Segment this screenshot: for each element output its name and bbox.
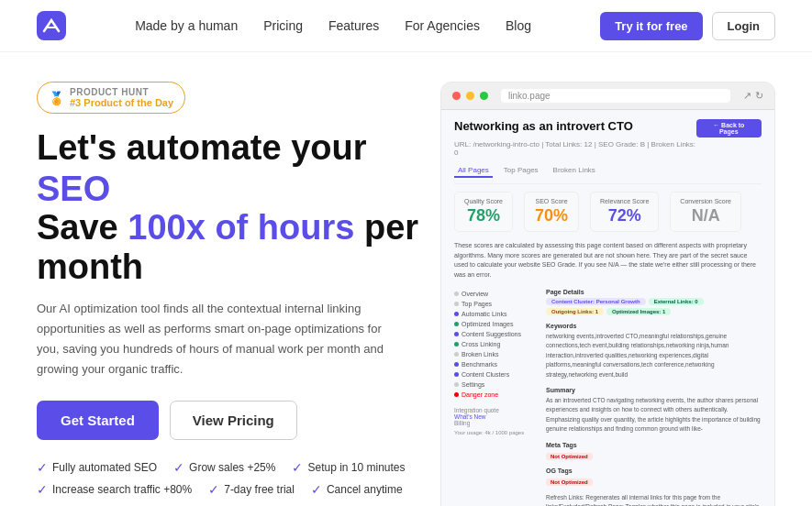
hero-description: Our AI optimization tool finds all the c… [37, 299, 385, 380]
chip-images: Optimized Images: 1 [606, 308, 671, 315]
chip-outgoing: Outgoing Links: 1 [546, 308, 604, 315]
check-setup: ✓ Setup in 10 minutes [292, 460, 405, 475]
browser-url-bar: linko.page [501, 89, 730, 103]
sidebar-panel: Overview Top Pages Automatic Links Optim… [454, 289, 762, 506]
trophy-icon: 🏅 [49, 91, 64, 105]
check-automated-seo: ✓ Fully automated SEO [37, 460, 157, 475]
hero-left: 🏅 PRODUCT HUNT #3 Product of the Day Let… [37, 82, 422, 497]
check-icon-3: ✓ [292, 460, 303, 475]
browser-dot-red [452, 92, 461, 100]
nav-link-features[interactable]: Features [328, 18, 379, 33]
browser-icons: ↗ ↻ [743, 90, 763, 102]
view-pricing-button[interactable]: View Pricing [170, 401, 297, 440]
feature-checks: ✓ Fully automated SEO ✓ Grow sales +25% … [37, 460, 422, 497]
nav-actions: Try it for free Login [600, 12, 775, 40]
browser-reload-icon: ↻ [755, 90, 763, 102]
nav-link-pricing[interactable]: Pricing [263, 18, 303, 33]
tab-all-pages[interactable]: All Pages [454, 164, 493, 178]
hero-title-block: Let's automate your SEO Save 100x of hou… [37, 128, 422, 286]
relevance-score-box: Relevance Score 72% [590, 192, 659, 232]
scores-row: Quality Score 78% SEO Score 70% Relevanc… [454, 192, 762, 232]
hero-section: 🏅 PRODUCT HUNT #3 Product of the Day Let… [0, 52, 812, 506]
quality-score-box: Quality Score 78% [454, 192, 513, 232]
panel-tabs: All Pages Top Pages Broken Links [454, 164, 762, 184]
check-icon-6: ✓ [311, 482, 322, 497]
sidebar-item-broken[interactable]: Broken Links [454, 349, 537, 359]
panel-breadcrumb: URL: /networking-intro-cto | Total Links… [454, 140, 696, 157]
summary-text: As an introverted CTO navigating network… [546, 396, 762, 434]
browser-dot-yellow [466, 92, 474, 100]
usage-text: Your usage: 4k / 1000 pages [454, 430, 537, 435]
sidebar-item-suggestions[interactable]: Content Suggestions [454, 329, 537, 339]
page-chips: Content Cluster: Personal Growth Externa… [546, 298, 762, 315]
tab-broken-links[interactable]: Broken Links [550, 164, 599, 178]
check-search-traffic: ✓ Increase search traffic +80% [37, 482, 192, 497]
sidebar-item-auto-links[interactable]: Automatic Links [454, 309, 537, 319]
sidebar-item-benchmarks[interactable]: Benchmarks [454, 359, 537, 369]
integration-what: Integration quoteWhat's NewBilling [454, 407, 537, 426]
hero-title-seo: SEO [37, 170, 422, 209]
check-icon-5: ✓ [208, 482, 219, 497]
chip-external-links: External Links: 0 [649, 298, 704, 305]
browser-dot-green [480, 92, 488, 100]
keywords-section: Keywords networking events,introverted C… [546, 323, 762, 380]
sidebar-item-danger[interactable]: Danger zone [454, 390, 537, 400]
main-detail: Page Details Content Cluster: Personal G… [546, 289, 762, 506]
sidebar-item-cross[interactable]: Cross Linking [454, 339, 537, 349]
ph-hunt-label: PRODUCT HUNT [70, 87, 173, 97]
check-cancel: ✓ Cancel anytime [311, 482, 403, 497]
nav-link-blog[interactable]: Blog [506, 18, 531, 33]
summary-section: Summary As an introverted CTO navigating… [546, 387, 762, 434]
refresh-desc: Refresh Links: Regenerates all internal … [546, 493, 762, 506]
nav-links: Made by a human Pricing Features For Age… [135, 18, 531, 33]
logo[interactable] [37, 11, 66, 40]
ph-badge-text: #3 Product of the Day [70, 97, 173, 108]
login-button[interactable]: Login [712, 12, 775, 40]
meta-not-optimized: Not Optimized [546, 453, 593, 460]
try-it-button[interactable]: Try it for free [600, 12, 702, 40]
browser-bar: linko.page ↗ ↻ [441, 82, 774, 110]
score-description: These scores are calculated by assessing… [454, 241, 762, 280]
check-icon-1: ✓ [37, 460, 48, 475]
hero-buttons: Get Started View Pricing [37, 401, 422, 440]
panel-title: Networking as an introvert CTO [454, 119, 696, 133]
navbar: Made by a human Pricing Features For Age… [0, 0, 812, 52]
sidebar-item-top-pages[interactable]: Top Pages [454, 299, 537, 309]
sidebar-item-overview[interactable]: Overview [454, 289, 537, 299]
get-started-button[interactable]: Get Started [37, 401, 159, 440]
hero-subtitle: Save 100x of hours per month [37, 208, 422, 286]
check-icon-2: ✓ [173, 460, 184, 475]
check-free-trial: ✓ 7-day free trial [208, 482, 295, 497]
sidebar-list: Overview Top Pages Automatic Links Optim… [454, 289, 537, 506]
hero-title-line1: Let's automate your [37, 128, 422, 168]
conversion-score-box: Conversion Score N/A [670, 192, 741, 232]
nav-link-agencies[interactable]: For Agencies [405, 18, 480, 33]
sidebar-item-images[interactable]: Optimized Images [454, 319, 537, 329]
og-tags-section: OG Tags Not Optimized [546, 468, 762, 486]
svg-rect-0 [37, 11, 66, 40]
sidebar-item-settings[interactable]: Settings [454, 380, 537, 390]
tab-top-pages[interactable]: Top Pages [500, 164, 542, 178]
keywords-text: networking events,introverted CTO,meanin… [546, 332, 762, 380]
meta-tags-section: Meta Tags Not Optimized [546, 442, 762, 460]
app-screenshot-panel: linko.page ↗ ↻ Networking as an introver… [440, 82, 775, 506]
nav-link-made-by-human[interactable]: Made by a human [135, 18, 238, 33]
panel-content: Networking as an introvert CTO URL: /net… [441, 110, 774, 506]
back-to-pages-button[interactable]: ← Back to Pages [696, 119, 762, 138]
og-not-optimized: Not Optimized [546, 478, 593, 486]
product-hunt-badge: 🏅 PRODUCT HUNT #3 Product of the Day [37, 82, 185, 114]
check-icon-4: ✓ [37, 482, 48, 497]
seo-score-box: SEO Score 70% [524, 192, 579, 232]
sidebar-item-clusters[interactable]: Content Clusters [454, 369, 537, 380]
browser-share-icon: ↗ [743, 90, 751, 102]
chip-personal-growth: Content Cluster: Personal Growth [546, 298, 646, 305]
check-grow-sales: ✓ Grow sales +25% [173, 460, 275, 475]
page-details-section: Page Details Content Cluster: Personal G… [546, 289, 762, 315]
